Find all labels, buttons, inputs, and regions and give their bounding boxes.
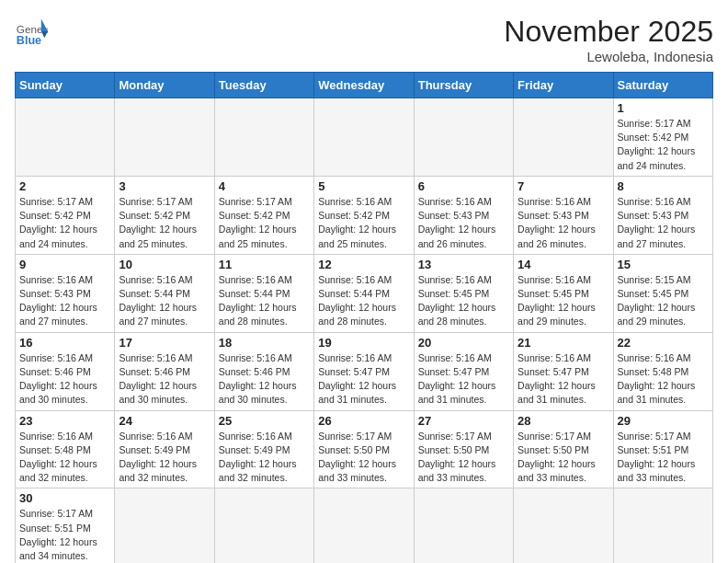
calendar-cell: 7Sunrise: 5:16 AM Sunset: 5:43 PM Daylig… [514, 176, 613, 254]
calendar-cell [115, 98, 214, 177]
weekday-header: Saturday [613, 73, 712, 98]
day-info: Sunrise: 5:16 AM Sunset: 5:48 PM Dayligh… [19, 430, 110, 486]
calendar-cell: 11Sunrise: 5:16 AM Sunset: 5:44 PM Dayli… [214, 254, 313, 332]
day-info: Sunrise: 5:17 AM Sunset: 5:42 PM Dayligh… [119, 195, 210, 251]
day-info: Sunrise: 5:17 AM Sunset: 5:50 PM Dayligh… [518, 430, 609, 486]
calendar-cell: 21Sunrise: 5:16 AM Sunset: 5:47 PM Dayli… [514, 332, 613, 410]
day-number: 27 [418, 414, 509, 428]
day-info: Sunrise: 5:16 AM Sunset: 5:46 PM Dayligh… [219, 351, 310, 408]
day-number: 17 [119, 336, 210, 350]
calendar-week-row: 2Sunrise: 5:17 AM Sunset: 5:42 PM Daylig… [16, 176, 713, 254]
day-info: Sunrise: 5:17 AM Sunset: 5:51 PM Dayligh… [618, 430, 709, 486]
day-number: 28 [518, 414, 609, 428]
calendar-cell: 9Sunrise: 5:16 AM Sunset: 5:43 PM Daylig… [16, 254, 115, 332]
calendar-cell: 25Sunrise: 5:16 AM Sunset: 5:49 PM Dayli… [214, 410, 313, 488]
day-number: 11 [219, 258, 310, 271]
day-number: 9 [19, 258, 110, 271]
weekday-header-row: SundayMondayTuesdayWednesdayThursdayFrid… [16, 73, 713, 98]
day-number: 29 [618, 414, 709, 428]
day-number: 6 [418, 179, 509, 193]
calendar-cell [414, 98, 513, 177]
day-number: 7 [518, 179, 609, 193]
calendar-cell: 14Sunrise: 5:16 AM Sunset: 5:45 PM Dayli… [514, 254, 613, 332]
calendar-cell: 1Sunrise: 5:17 AM Sunset: 5:42 PM Daylig… [613, 98, 712, 177]
calendar-cell [214, 98, 313, 177]
weekday-header: Wednesday [314, 73, 414, 98]
day-number: 19 [318, 336, 409, 350]
day-info: Sunrise: 5:16 AM Sunset: 5:47 PM Dayligh… [418, 351, 509, 408]
day-info: Sunrise: 5:16 AM Sunset: 5:44 PM Dayligh… [219, 273, 310, 329]
day-info: Sunrise: 5:16 AM Sunset: 5:47 PM Dayligh… [318, 351, 409, 408]
calendar-cell [514, 488, 613, 563]
day-info: Sunrise: 5:17 AM Sunset: 5:42 PM Dayligh… [19, 195, 110, 251]
day-info: Sunrise: 5:16 AM Sunset: 5:43 PM Dayligh… [418, 195, 509, 251]
day-number: 5 [318, 179, 409, 193]
calendar-cell: 20Sunrise: 5:16 AM Sunset: 5:47 PM Dayli… [414, 332, 513, 410]
day-info: Sunrise: 5:15 AM Sunset: 5:45 PM Dayligh… [618, 273, 709, 329]
calendar-cell: 13Sunrise: 5:16 AM Sunset: 5:45 PM Dayli… [414, 254, 513, 332]
day-info: Sunrise: 5:16 AM Sunset: 5:44 PM Dayligh… [119, 273, 210, 329]
calendar-cell: 18Sunrise: 5:16 AM Sunset: 5:46 PM Dayli… [214, 332, 313, 410]
calendar-cell: 5Sunrise: 5:16 AM Sunset: 5:42 PM Daylig… [314, 176, 414, 254]
weekday-header: Sunday [16, 73, 115, 98]
day-info: Sunrise: 5:16 AM Sunset: 5:44 PM Dayligh… [318, 273, 409, 329]
day-info: Sunrise: 5:16 AM Sunset: 5:43 PM Dayligh… [19, 273, 110, 329]
calendar-table: SundayMondayTuesdayWednesdayThursdayFrid… [15, 72, 713, 563]
calendar-cell: 6Sunrise: 5:16 AM Sunset: 5:43 PM Daylig… [414, 176, 513, 254]
day-info: Sunrise: 5:16 AM Sunset: 5:43 PM Dayligh… [518, 195, 609, 251]
calendar-cell: 4Sunrise: 5:17 AM Sunset: 5:42 PM Daylig… [214, 176, 313, 254]
calendar-cell [314, 98, 414, 177]
calendar-cell: 23Sunrise: 5:16 AM Sunset: 5:48 PM Dayli… [16, 410, 115, 488]
calendar-week-row: 23Sunrise: 5:16 AM Sunset: 5:48 PM Dayli… [16, 410, 713, 488]
day-info: Sunrise: 5:17 AM Sunset: 5:42 PM Dayligh… [219, 195, 310, 251]
calendar-cell: 12Sunrise: 5:16 AM Sunset: 5:44 PM Dayli… [314, 254, 414, 332]
day-info: Sunrise: 5:16 AM Sunset: 5:46 PM Dayligh… [19, 351, 110, 408]
day-number: 12 [318, 258, 409, 271]
calendar-cell: 15Sunrise: 5:15 AM Sunset: 5:45 PM Dayli… [613, 254, 712, 332]
calendar-week-row: 1Sunrise: 5:17 AM Sunset: 5:42 PM Daylig… [16, 98, 713, 177]
calendar-cell: 8Sunrise: 5:16 AM Sunset: 5:43 PM Daylig… [613, 176, 712, 254]
calendar-cell [115, 488, 214, 563]
location: Lewoleba, Indonesia [504, 49, 713, 64]
svg-text:Blue: Blue [17, 34, 41, 47]
day-number: 16 [19, 336, 110, 350]
calendar-cell: 29Sunrise: 5:17 AM Sunset: 5:51 PM Dayli… [613, 410, 712, 488]
day-number: 18 [219, 336, 310, 350]
day-number: 8 [618, 179, 709, 193]
calendar-week-row: 16Sunrise: 5:16 AM Sunset: 5:46 PM Dayli… [16, 332, 713, 410]
calendar-cell: 26Sunrise: 5:17 AM Sunset: 5:50 PM Dayli… [314, 410, 414, 488]
weekday-header: Friday [514, 73, 613, 98]
day-info: Sunrise: 5:17 AM Sunset: 5:42 PM Dayligh… [618, 117, 709, 173]
calendar-week-row: 30Sunrise: 5:17 AM Sunset: 5:51 PM Dayli… [16, 488, 713, 563]
calendar-cell: 19Sunrise: 5:16 AM Sunset: 5:47 PM Dayli… [314, 332, 414, 410]
title-block: November 2025 Lewoleba, Indonesia [504, 15, 713, 64]
calendar-cell [16, 98, 115, 177]
day-info: Sunrise: 5:16 AM Sunset: 5:45 PM Dayligh… [518, 273, 609, 329]
day-number: 24 [119, 414, 210, 428]
day-info: Sunrise: 5:16 AM Sunset: 5:49 PM Dayligh… [219, 430, 310, 486]
calendar-cell [214, 488, 313, 563]
calendar-cell: 2Sunrise: 5:17 AM Sunset: 5:42 PM Daylig… [16, 176, 115, 254]
day-info: Sunrise: 5:16 AM Sunset: 5:46 PM Dayligh… [119, 351, 210, 408]
day-info: Sunrise: 5:16 AM Sunset: 5:42 PM Dayligh… [318, 195, 409, 251]
day-info: Sunrise: 5:16 AM Sunset: 5:47 PM Dayligh… [518, 351, 609, 408]
day-number: 30 [19, 491, 110, 505]
day-number: 3 [119, 179, 210, 193]
calendar-cell: 16Sunrise: 5:16 AM Sunset: 5:46 PM Dayli… [16, 332, 115, 410]
day-number: 15 [618, 258, 709, 271]
calendar-cell: 28Sunrise: 5:17 AM Sunset: 5:50 PM Dayli… [514, 410, 613, 488]
day-info: Sunrise: 5:16 AM Sunset: 5:45 PM Dayligh… [418, 273, 509, 329]
weekday-header: Tuesday [214, 73, 313, 98]
calendar-cell: 3Sunrise: 5:17 AM Sunset: 5:42 PM Daylig… [115, 176, 214, 254]
day-number: 13 [418, 258, 509, 271]
day-number: 23 [19, 414, 110, 428]
calendar-cell [514, 98, 613, 177]
day-number: 22 [618, 336, 709, 350]
day-number: 26 [318, 414, 409, 428]
day-number: 1 [618, 101, 709, 115]
calendar-cell: 30Sunrise: 5:17 AM Sunset: 5:51 PM Dayli… [16, 488, 115, 563]
logo: General Blue [15, 15, 48, 48]
month-title: November 2025 [504, 15, 713, 49]
day-number: 14 [518, 258, 609, 271]
day-number: 20 [418, 336, 509, 350]
